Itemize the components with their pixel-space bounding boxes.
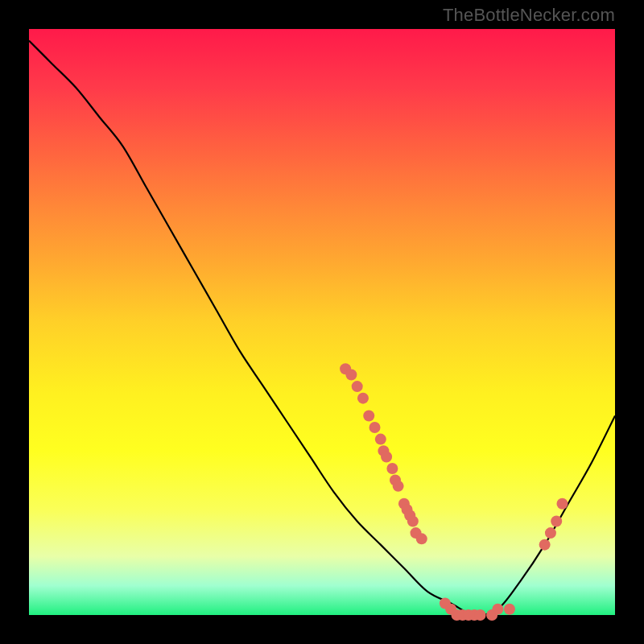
- highlight-dot: [539, 539, 551, 551]
- highlight-dot: [556, 498, 568, 510]
- highlight-dot: [363, 410, 374, 421]
- highlight-dot: [504, 604, 515, 615]
- highlight-dot: [375, 434, 386, 445]
- highlight-dot: [345, 369, 357, 381]
- watermark-text: TheBottleNecker.com: [443, 5, 615, 26]
- highlight-dots: [340, 363, 568, 621]
- highlight-dot: [393, 481, 404, 492]
- highlight-dot: [386, 463, 398, 474]
- chart-curve: [29, 41, 615, 616]
- highlight-dot: [407, 516, 419, 527]
- highlight-dot: [475, 609, 486, 621]
- highlight-dot: [352, 381, 363, 392]
- highlight-dot: [357, 393, 369, 404]
- highlight-dot: [369, 422, 381, 433]
- highlight-dot: [416, 533, 427, 544]
- highlight-dot: [492, 604, 503, 615]
- highlight-dot: [381, 451, 392, 462]
- chart-overlay: [29, 29, 615, 615]
- highlight-dot: [551, 516, 562, 527]
- highlight-dot: [545, 527, 556, 539]
